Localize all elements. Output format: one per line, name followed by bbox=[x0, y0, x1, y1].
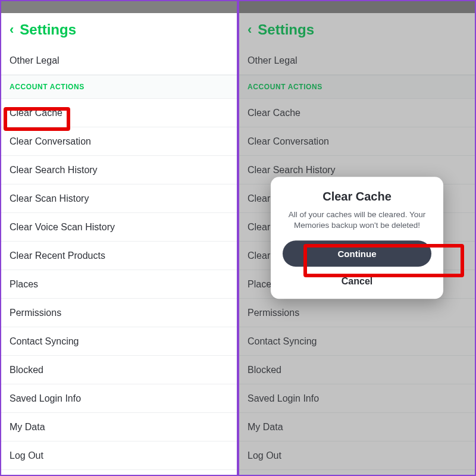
cancel-button-label: Cancel bbox=[342, 277, 372, 287]
screenshot-left: ‹ Settings Other Legal ACCOUNT ACTIONS C… bbox=[0, 0, 238, 476]
screenshot-right: ‹ Settings Other Legal ACCOUNT ACTIONS C… bbox=[238, 0, 476, 476]
item-label: Clear Voice Scan History bbox=[10, 222, 115, 233]
item-label: Clear Scan History bbox=[10, 193, 89, 204]
list-item[interactable]: My Data bbox=[1, 413, 237, 441]
back-chevron-icon[interactable]: ‹ bbox=[10, 23, 14, 36]
clear-cache-dialog: Clear Cache All of your caches will be c… bbox=[271, 177, 443, 299]
list-item[interactable]: Clear Search History bbox=[1, 156, 237, 184]
continue-button[interactable]: Continue bbox=[283, 241, 431, 267]
item-label: Contact Syncing bbox=[10, 336, 79, 347]
list-item[interactable]: Clear Recent Products bbox=[1, 242, 237, 270]
item-label: Blocked bbox=[10, 365, 43, 375]
item-label: Clear Recent Products bbox=[10, 250, 105, 261]
item-label: Saved Login Info bbox=[10, 393, 81, 404]
item-label: Clear Search History bbox=[10, 165, 98, 176]
list-item[interactable]: Contact Syncing bbox=[1, 327, 237, 356]
list-item[interactable]: Places bbox=[1, 270, 237, 299]
list-item[interactable]: Saved Login Info bbox=[1, 384, 237, 413]
item-label: My Data bbox=[10, 422, 45, 433]
status-bar bbox=[1, 1, 237, 13]
continue-button-label: Continue bbox=[338, 249, 377, 259]
item-label: Clear Cache bbox=[10, 108, 62, 118]
list-item[interactable]: Other Legal bbox=[1, 46, 237, 75]
item-label: Permissions bbox=[10, 308, 61, 318]
list-item[interactable]: Blocked bbox=[1, 356, 237, 384]
item-label: Log Out bbox=[10, 450, 43, 461]
item-label: Clear Conversation bbox=[10, 136, 91, 147]
list-item[interactable]: Clear Conversation bbox=[1, 127, 237, 156]
dialog-title: Clear Cache bbox=[283, 190, 431, 203]
list-item[interactable]: Clear Scan History bbox=[1, 184, 237, 213]
item-label: Other Legal bbox=[10, 55, 60, 66]
header-title: Settings bbox=[20, 21, 76, 38]
dialog-body: All of your caches will be cleared. Your… bbox=[283, 209, 431, 231]
settings-list: Other Legal ACCOUNT ACTIONS Clear Cache … bbox=[1, 46, 237, 470]
list-item[interactable]: Permissions bbox=[1, 299, 237, 327]
header: ‹ Settings bbox=[1, 13, 237, 46]
list-item-clear-cache[interactable]: Clear Cache bbox=[1, 99, 237, 127]
cancel-button[interactable]: Cancel bbox=[283, 277, 431, 287]
item-label: Places bbox=[10, 279, 38, 290]
list-item[interactable]: Log Out bbox=[1, 441, 237, 470]
list-item[interactable]: Clear Voice Scan History bbox=[1, 213, 237, 242]
section-header: ACCOUNT ACTIONS bbox=[1, 75, 237, 99]
